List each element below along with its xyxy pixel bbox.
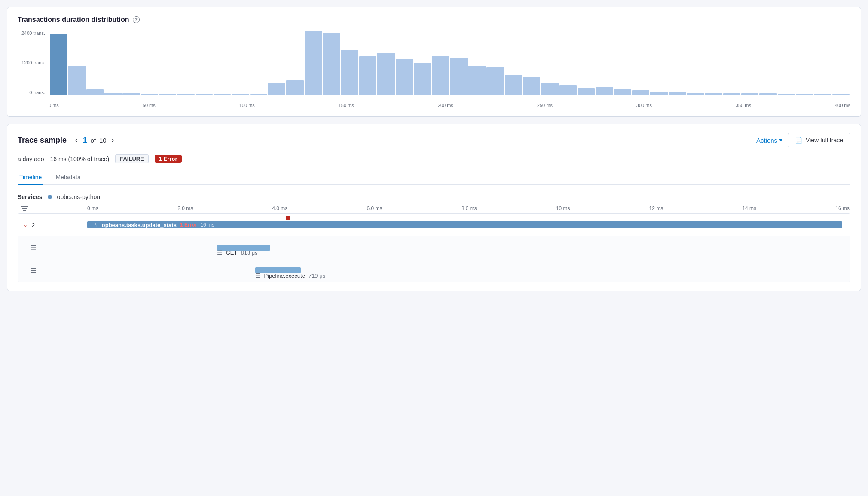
chart-bar bbox=[778, 94, 795, 95]
chart-bar bbox=[687, 93, 704, 95]
trace-nav: Trace sample ‹ 1 of 10 › bbox=[18, 135, 116, 146]
chart-bar bbox=[669, 92, 686, 95]
trace-header: Trace sample ‹ 1 of 10 › Actions 📄 View … bbox=[18, 133, 850, 147]
track-1-name: opbeans.tasks.update_stats bbox=[102, 222, 177, 228]
view-trace-label: View full trace bbox=[806, 137, 843, 144]
chart-bar bbox=[559, 85, 577, 95]
chart-bar bbox=[177, 94, 194, 95]
track-1-info: ⑂ opbeans.tasks.update_stats 1 Error 16 … bbox=[95, 221, 214, 228]
track-1-bar-area: ⑂ opbeans.tasks.update_stats 1 Error 16 … bbox=[87, 214, 850, 236]
chart-bar bbox=[377, 53, 394, 95]
error-badge: 1 Error bbox=[155, 155, 182, 163]
db-icon-2: ☰ bbox=[30, 244, 36, 252]
trace-time-ago: a day ago bbox=[18, 156, 44, 162]
x-label: 50 ms bbox=[143, 103, 156, 108]
chart-bar bbox=[268, 83, 285, 95]
chart-bar bbox=[578, 88, 595, 95]
axis-label: 2.0 ms bbox=[177, 205, 193, 211]
track-1-duration: 16 ms bbox=[200, 222, 214, 228]
chart-x-labels: 0 ms50 ms100 ms150 ms200 ms250 ms300 ms3… bbox=[49, 96, 850, 108]
view-full-trace-button[interactable]: 📄 View full trace bbox=[788, 133, 850, 147]
chart-bar bbox=[814, 94, 831, 95]
axis-label: 10 ms bbox=[556, 205, 570, 211]
chart-bar bbox=[650, 92, 667, 95]
chart-bar bbox=[632, 90, 649, 95]
services-label: Services bbox=[18, 193, 43, 200]
tab-timeline[interactable]: Timeline bbox=[18, 170, 43, 185]
chart-bar bbox=[468, 66, 486, 95]
services-row: Services opbeans-python bbox=[18, 193, 850, 200]
chart-bar bbox=[214, 94, 231, 95]
chart-bar bbox=[359, 56, 376, 95]
chart-bar bbox=[104, 93, 122, 95]
timeline-tracks: ⌄ 2 ⑂ opbeans.tasks.update_stats 1 Error… bbox=[18, 213, 850, 282]
x-label: 400 ms bbox=[835, 103, 850, 108]
trace-of-label: of bbox=[90, 137, 96, 144]
chart-bar bbox=[741, 93, 758, 95]
chart-title-text: Transactions duration distribution bbox=[18, 16, 129, 24]
distribution-chart-card: Transactions duration distribution ? 240… bbox=[7, 7, 861, 117]
chart-bar bbox=[796, 94, 813, 95]
chart-bar bbox=[141, 94, 158, 95]
chart-bar bbox=[305, 31, 322, 95]
track-2-duration: 818 μs bbox=[241, 250, 257, 256]
chart-bar bbox=[159, 94, 176, 95]
x-label: 150 ms bbox=[339, 103, 354, 108]
help-icon[interactable]: ? bbox=[133, 16, 140, 23]
branch-icon: ⑂ bbox=[95, 221, 98, 228]
table-row: ☰ ☰ Pipeline.execute 719 μs bbox=[18, 259, 850, 282]
trace-total: 10 bbox=[99, 137, 107, 144]
chart-bar bbox=[232, 94, 249, 95]
track-1-error: 1 Error bbox=[180, 222, 197, 228]
db-icon-2-label: ☰ bbox=[217, 249, 223, 256]
trace-tabs: Timeline Metadata bbox=[18, 170, 850, 185]
chart-bar bbox=[596, 87, 613, 95]
prev-trace-button[interactable]: ‹ bbox=[73, 135, 79, 146]
x-label: 350 ms bbox=[736, 103, 751, 108]
trace-current: 1 bbox=[83, 136, 87, 145]
x-label: 300 ms bbox=[636, 103, 652, 108]
chart-bar bbox=[541, 83, 558, 95]
chart-bar bbox=[250, 94, 267, 95]
service-dot-opbeans bbox=[48, 195, 52, 199]
chart-y-labels: 2400 trans. 1200 trans. 0 trans. bbox=[18, 31, 49, 95]
expand-icon[interactable]: ⌄ bbox=[23, 222, 28, 228]
axis-label: 12 ms bbox=[649, 205, 663, 211]
trace-title: Trace sample bbox=[18, 136, 67, 145]
chart-bar bbox=[50, 34, 67, 95]
track-2-label: ☰ bbox=[18, 240, 87, 255]
chart-bar bbox=[86, 89, 104, 95]
bars-container bbox=[49, 31, 850, 95]
distribution-chart: 2400 trans. 1200 trans. 0 trans. 0 ms50 … bbox=[18, 31, 850, 108]
axis-spacer bbox=[18, 206, 86, 211]
next-trace-button[interactable]: › bbox=[110, 135, 116, 146]
actions-label: Actions bbox=[756, 137, 777, 144]
trace-actions: Actions 📄 View full trace bbox=[756, 133, 850, 147]
service-name-opbeans: opbeans-python bbox=[57, 193, 100, 200]
chart-bar bbox=[323, 33, 340, 95]
doc-icon: 📄 bbox=[795, 137, 802, 144]
chart-bar bbox=[523, 77, 540, 95]
filter-line-1 bbox=[21, 206, 28, 207]
chart-area bbox=[49, 31, 850, 95]
track-2-info: ☰ GET 818 μs bbox=[217, 249, 258, 256]
chart-bar bbox=[614, 89, 631, 95]
actions-button[interactable]: Actions bbox=[756, 137, 782, 144]
x-label: 250 ms bbox=[537, 103, 553, 108]
axis-label: 16 ms bbox=[835, 205, 850, 211]
table-row: ☰ ☰ GET 818 μs bbox=[18, 236, 850, 259]
chart-bar bbox=[196, 94, 213, 95]
filter-line-2 bbox=[22, 208, 27, 209]
actions-chevron-icon bbox=[779, 139, 782, 141]
axis-label: 4.0 ms bbox=[272, 205, 287, 211]
filter-icon[interactable] bbox=[21, 206, 28, 211]
y-label-bot: 0 trans. bbox=[29, 90, 45, 95]
chart-bar bbox=[414, 63, 431, 95]
tab-metadata[interactable]: Metadata bbox=[54, 170, 82, 185]
axis-label: 8.0 ms bbox=[462, 205, 477, 211]
track-2-name: GET bbox=[226, 250, 238, 256]
y-label-top: 2400 trans. bbox=[21, 31, 45, 36]
chart-bar bbox=[286, 80, 303, 95]
track-1-label: ⌄ 2 bbox=[18, 218, 87, 232]
chart-bar bbox=[505, 75, 522, 95]
